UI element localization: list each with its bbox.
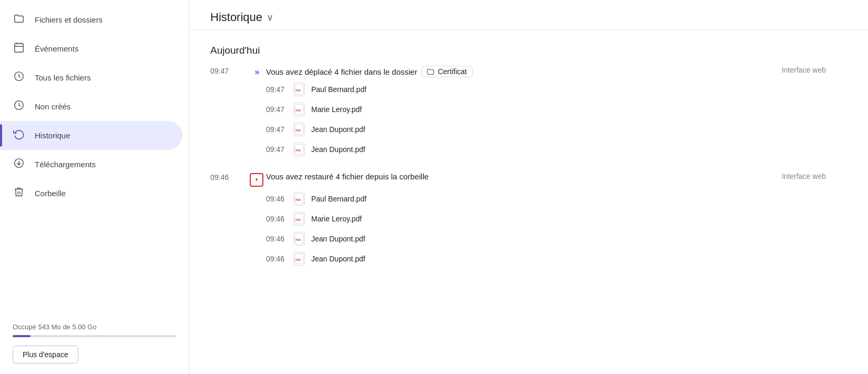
history-entry-move: 09:47 » Vous avez déplacé 4 fichier dans…: [210, 66, 847, 77]
file-row: 09:46 PDF Jean Dupont.pdf: [266, 229, 847, 249]
entry-time-restore: 09:46: [210, 172, 247, 181]
file-name: Jean Dupont.pdf: [311, 125, 365, 134]
file-row: 09:47 PDF Jean Dupont.pdf: [266, 139, 847, 159]
svg-text:PDF: PDF: [295, 109, 301, 112]
sidebar-item-telechargements[interactable]: Téléchargements: [0, 150, 182, 179]
file-name: Jean Dupont.pdf: [311, 235, 365, 243]
file-time: 09:47: [266, 125, 287, 134]
sidebar-item-all-files[interactable]: Tous les fichiers: [0, 63, 182, 92]
entry-time-move: 09:47: [210, 66, 247, 75]
history-entry-restore: 09:46 Vous avez restauré 4 fichier depui…: [210, 172, 847, 187]
file-time: 09:46: [266, 215, 287, 223]
page-title: Historique: [210, 11, 262, 24]
svg-text:PDF: PDF: [295, 238, 301, 241]
clock-icon: [13, 70, 25, 85]
sidebar-item-files-folders-label: Fichiers et dossiers: [35, 15, 103, 24]
file-row: 09:47 PDF Paul Bernard.pdf: [266, 79, 847, 99]
sidebar-item-non-crees[interactable]: Non créés: [0, 92, 182, 121]
file-time: 09:46: [266, 235, 287, 243]
pdf-file-icon: PDF: [294, 193, 304, 205]
pdf-icon: PDF: [293, 103, 305, 116]
svg-rect-0: [15, 44, 24, 53]
main-content: Historique ∨ Aujourd'hui 09:47 » Vous av…: [189, 0, 868, 374]
history-icon: [13, 128, 25, 143]
file-name: Paul Bernard.pdf: [311, 85, 366, 94]
trash-icon: [13, 186, 25, 200]
file-name: Jean Dupont.pdf: [311, 255, 365, 263]
sidebar-item-all-files-label: Tous les fichiers: [35, 73, 91, 82]
history-group-move: 09:47 » Vous avez déplacé 4 fichier dans…: [210, 66, 847, 159]
storage-bar-background: [13, 335, 176, 337]
file-name: Marie Leroy.pdf: [311, 215, 362, 223]
file-time: 09:47: [266, 145, 287, 154]
pdf-icon: PDF: [293, 212, 305, 226]
file-row: 09:46 PDF Paul Bernard.pdf: [266, 189, 847, 209]
pdf-file-icon: PDF: [294, 144, 304, 155]
pdf-icon: PDF: [293, 123, 305, 136]
svg-text:PDF: PDF: [295, 198, 301, 201]
pdf-icon: PDF: [293, 232, 305, 246]
sidebar: Fichiers et dossiers Événements Tous les…: [0, 0, 189, 374]
file-rows-restore: 09:46 PDF Paul Bernard.pdf 09:46: [210, 189, 847, 269]
pdf-file-icon: PDF: [294, 104, 304, 115]
sidebar-item-events[interactable]: Événements: [0, 34, 182, 63]
svg-text:PDF: PDF: [295, 258, 301, 261]
page-header: Historique ∨: [189, 0, 868, 30]
restore-arrow-icon: [253, 176, 260, 184]
pdf-file-icon: PDF: [294, 213, 304, 225]
folder-badge-name: Certificat: [438, 67, 467, 76]
file-row: 09:46 PDF Jean Dupont.pdf: [266, 249, 847, 269]
sidebar-item-historique[interactable]: Historique: [0, 121, 182, 150]
move-icon: »: [247, 66, 266, 77]
folder-icon: [13, 13, 25, 27]
svg-text:PDF: PDF: [295, 218, 301, 221]
content-area: Aujourd'hui 09:47 » Vous avez déplacé 4 …: [189, 30, 868, 281]
file-name: Paul Bernard.pdf: [311, 195, 366, 203]
sidebar-item-telechargements-label: Téléchargements: [35, 160, 96, 169]
file-row: 09:47 PDF Marie Leroy.pdf: [266, 99, 847, 119]
file-row: 09:47 PDF Jean Dupont.pdf: [266, 119, 847, 139]
file-name: Jean Dupont.pdf: [311, 145, 365, 154]
pdf-icon: PDF: [293, 143, 305, 156]
entry-source-move: Interface web: [782, 66, 847, 74]
history-group-restore: 09:46 Vous avez restauré 4 fichier depui…: [210, 172, 847, 269]
file-name: Marie Leroy.pdf: [311, 105, 362, 114]
download-icon: [13, 157, 25, 171]
entry-source-restore: Interface web: [782, 172, 847, 180]
pdf-file-icon: PDF: [294, 124, 304, 135]
entry-desc-restore: Vous avez restauré 4 fichier depuis la c…: [266, 172, 782, 181]
sidebar-item-historique-label: Historique: [35, 131, 70, 140]
entry-desc-move: Vous avez déplacé 4 fichier dans le doss…: [266, 66, 782, 77]
storage-label: Occupé 543 Mo de 5.00 Go: [13, 323, 176, 331]
folder-badge: Certificat: [422, 66, 473, 77]
file-time: 09:47: [266, 105, 287, 114]
sidebar-item-corbeille-label: Corbeille: [35, 189, 66, 198]
clock-half-icon: [13, 99, 25, 114]
pdf-icon: PDF: [293, 83, 305, 96]
move-description-text: Vous avez déplacé 4 fichier dans le doss…: [266, 67, 417, 76]
file-time: 09:47: [266, 85, 287, 94]
svg-text:PDF: PDF: [295, 89, 301, 92]
file-row: 09:46 PDF Marie Leroy.pdf: [266, 209, 847, 229]
restore-description-text: Vous avez restauré 4 fichier depuis la c…: [266, 172, 428, 181]
sidebar-footer: Occupé 543 Mo de 5.00 Go Plus d'espace: [0, 315, 189, 363]
file-rows-move: 09:47 PDF Paul Bernard.pdf 09:47: [210, 79, 847, 159]
file-time: 09:46: [266, 195, 287, 203]
pdf-icon: PDF: [293, 252, 305, 266]
chevron-down-icon[interactable]: ∨: [267, 12, 273, 23]
folder-badge-icon: [426, 67, 435, 76]
sidebar-item-corbeille[interactable]: Corbeille: [0, 179, 182, 208]
file-time: 09:46: [266, 255, 287, 263]
pdf-file-icon: PDF: [294, 84, 304, 95]
sidebar-item-files-folders[interactable]: Fichiers et dossiers: [0, 5, 182, 34]
svg-text:PDF: PDF: [295, 129, 301, 132]
sidebar-item-events-label: Événements: [35, 44, 78, 53]
pdf-icon: PDF: [293, 192, 305, 206]
svg-text:PDF: PDF: [295, 149, 301, 152]
pdf-file-icon: PDF: [294, 233, 304, 245]
storage-bar-fill: [13, 335, 30, 337]
more-space-button[interactable]: Plus d'espace: [13, 346, 78, 363]
sidebar-item-non-crees-label: Non créés: [35, 102, 70, 111]
restore-icon: [247, 172, 266, 187]
section-title: Aujourd'hui: [210, 45, 847, 56]
